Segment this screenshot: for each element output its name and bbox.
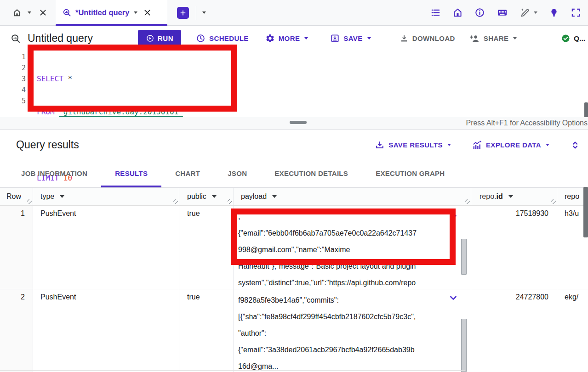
tabbar-actions xyxy=(430,7,588,18)
type-cell: PushEvent xyxy=(33,206,179,289)
repo-id-cell: 24727800 xyxy=(471,289,557,372)
new-tab-menu-caret[interactable] xyxy=(202,11,206,14)
save-results-icon xyxy=(375,140,385,150)
clock-icon xyxy=(196,34,206,43)
explore-data-button[interactable]: EXPLORE DATA xyxy=(471,140,549,151)
magic-pen-caret[interactable] xyxy=(534,11,537,14)
column-header-public[interactable]: public xyxy=(179,188,234,205)
public-cell: true xyxy=(179,206,234,289)
close-home-tab-icon[interactable] xyxy=(39,8,47,17)
save-results-button[interactable]: SAVE RESULTS xyxy=(375,140,451,150)
status-text: Q... xyxy=(574,34,585,43)
more-button[interactable]: MORE xyxy=(265,34,308,43)
home-tab-menu-caret[interactable] xyxy=(28,11,31,14)
query-title: Untitled query xyxy=(28,32,138,45)
row-number-cell: 2 xyxy=(0,289,33,372)
accessibility-hint: Press Alt+F1 for Accessibility Options xyxy=(466,119,588,127)
home-tab-icon[interactable] xyxy=(12,8,22,18)
table-row: 1 PushEvent true , {"email":"6ebb04f6b6a… xyxy=(0,206,588,289)
payload-scrollbar[interactable] xyxy=(461,319,467,372)
table-reference-link[interactable]: `githubarchive.day.20150101` xyxy=(59,107,183,116)
type-cell: PushEvent xyxy=(33,289,179,372)
results-tab-bar: JOB INFORMATION RESULTS CHART JSON EXECU… xyxy=(0,160,588,188)
tab-execution-details[interactable]: EXECUTION DETAILS xyxy=(261,160,362,187)
sort-caret-icon[interactable] xyxy=(272,195,277,198)
schedule-button[interactable]: SCHEDULE xyxy=(196,34,249,43)
column-header-payload[interactable]: payload xyxy=(234,188,471,205)
gear-icon xyxy=(265,34,275,43)
column-header-row: Row xyxy=(0,188,33,205)
payload-scrollbar[interactable] xyxy=(461,239,467,275)
chart-icon xyxy=(471,140,482,151)
close-tab-icon[interactable] xyxy=(143,8,152,17)
lightbulb-icon[interactable] xyxy=(549,8,559,18)
share-button[interactable]: SHARE xyxy=(469,33,517,44)
splitter-drag-handle[interactable] xyxy=(290,121,307,124)
table-bottom-border xyxy=(0,370,465,371)
column-resize-handle[interactable] xyxy=(551,199,556,204)
info-icon[interactable] xyxy=(474,7,485,18)
new-tab-button[interactable] xyxy=(177,7,189,19)
editor-tab-bar: *Untitled query xyxy=(0,0,588,26)
tab-results[interactable]: RESULTS xyxy=(101,160,161,187)
save-caret xyxy=(367,37,371,39)
check-circle-icon xyxy=(561,34,571,43)
download-icon xyxy=(400,34,409,43)
sql-line: SELECT * xyxy=(37,73,183,85)
query-toolbar: Untitled query RUN SCHEDULE MORE SAVE DO… xyxy=(0,26,588,51)
column-header-repo-id[interactable]: repo.id xyxy=(471,188,557,205)
results-title: Query results xyxy=(16,139,79,151)
tab-execution-graph[interactable]: EXECUTION GRAPH xyxy=(362,160,458,187)
results-table-header: Row type public payload repo.id repo xyxy=(0,188,588,206)
sql-editor[interactable]: 1 2 3 4 5 SELECT * FROM `githubarchive.d… xyxy=(0,51,588,117)
save-results-caret xyxy=(447,144,451,146)
row-number-cell: 1 xyxy=(0,206,33,289)
repo-cell: ekg/ xyxy=(557,289,588,372)
home-icon[interactable] xyxy=(452,7,463,18)
bigquery-workspace: *Untitled query xyxy=(0,0,588,372)
run-button[interactable]: RUN xyxy=(138,30,181,47)
query-results-header: Query results SAVE RESULTS EXPLORE DATA xyxy=(0,130,588,160)
column-resize-handle[interactable] xyxy=(465,199,470,204)
tab-job-information[interactable]: JOB INFORMATION xyxy=(7,160,101,187)
tab-json[interactable]: JSON xyxy=(214,160,261,187)
splitter-strip: Press Alt+F1 for Accessibility Options xyxy=(0,117,588,130)
tab-menu-caret[interactable] xyxy=(134,11,137,14)
tab-chart[interactable]: CHART xyxy=(161,160,214,187)
active-tab-underline xyxy=(56,24,167,26)
query-icon xyxy=(10,33,21,44)
sort-caret-icon[interactable] xyxy=(212,195,217,198)
share-caret xyxy=(513,37,517,39)
payload-cell: f9828a5fe3be14a6","commits": [{"sha":"fe… xyxy=(234,289,471,372)
editor-line-numbers: 1 2 3 4 5 xyxy=(0,51,26,107)
expand-cell-icon[interactable] xyxy=(448,293,459,304)
fullscreen-icon[interactable] xyxy=(571,7,581,18)
results-table-body: 1 PushEvent true , {"email":"6ebb04f6b6a… xyxy=(0,206,588,372)
column-resize-handle[interactable] xyxy=(173,199,178,204)
job-list-icon[interactable] xyxy=(430,7,441,18)
results-actions: SAVE RESULTS EXPLORE DATA xyxy=(375,140,581,151)
results-scrollbar[interactable] xyxy=(583,187,588,237)
person-add-icon xyxy=(469,33,480,44)
collapse-cell-icon[interactable] xyxy=(448,209,459,220)
sort-caret-icon[interactable] xyxy=(508,195,513,198)
sql-line: FROM `githubarchive.day.20150101` xyxy=(37,107,183,118)
save-button[interactable]: SAVE xyxy=(330,34,371,43)
sort-caret-icon[interactable] xyxy=(60,195,64,198)
play-circle-icon xyxy=(146,34,154,43)
tabbar-divider xyxy=(196,6,196,20)
column-resize-handle[interactable] xyxy=(228,199,232,204)
keyboard-icon[interactable] xyxy=(497,7,508,18)
download-button[interactable]: DOWNLOAD xyxy=(400,34,455,43)
magic-pen-icon[interactable] xyxy=(519,7,531,18)
explore-data-caret xyxy=(546,144,549,146)
save-icon xyxy=(330,34,340,43)
column-header-type[interactable]: type xyxy=(33,188,179,205)
public-cell: true xyxy=(179,289,234,372)
tab-untitled-query[interactable]: *Untitled query xyxy=(56,0,167,26)
collapse-expand-icon[interactable] xyxy=(570,140,581,151)
payload-cell: , {"email":"6ebb04f6b6ab7a705ae7e0c0a22a… xyxy=(234,206,471,289)
column-resize-handle[interactable] xyxy=(27,199,32,204)
tab-label: *Untitled query xyxy=(75,8,129,17)
query-status: Q... xyxy=(561,34,586,43)
